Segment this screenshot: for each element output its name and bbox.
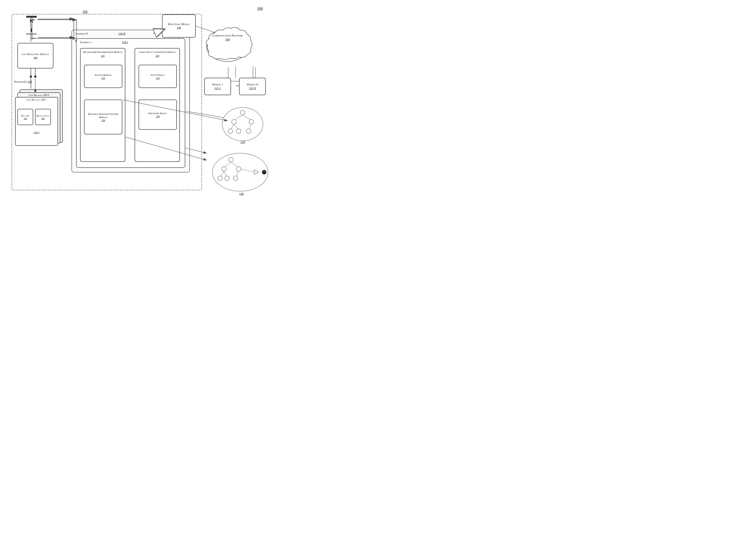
crawl-policy-gen-label: Crawl Policy Generation Module [135, 49, 179, 54]
sandbox-1-box: Sandbox 1 118-1 Relationship Determinati… [76, 38, 185, 168]
tree-124-svg [221, 106, 264, 143]
tree-128-container: 128 [211, 151, 272, 194]
relationship-det-number: 120 [80, 54, 125, 57]
n-bar-bot [26, 34, 37, 35]
discovery-policy-module: Discovery Policy 134 [139, 100, 177, 130]
svg-point-52 [262, 170, 266, 174]
svg-point-33 [240, 110, 245, 115]
n-bar-top [26, 16, 37, 18]
sandbox-1-label: Sandbox 1 [80, 41, 92, 44]
log-processing-module: Log Processing Module 106 [17, 43, 53, 68]
database-container: User Browsing DB N User Browsing DB 1 Re… [15, 86, 63, 151]
tree-124-container: 124 [221, 106, 264, 143]
svg-point-45 [229, 157, 233, 162]
svg-point-36 [228, 129, 233, 133]
comm-network-label-container: Communication Network 104 [202, 34, 253, 41]
fetch-policy-module: Fetch Policy 132 [139, 65, 177, 88]
n-selector: N ⋮ 1 [24, 16, 38, 35]
website-1-number: 112-1 [214, 87, 221, 90]
ref-102: 102 [83, 10, 88, 14]
browse-stats-number: 116 [41, 117, 45, 120]
res-id-box: Res. I.D. 114 [17, 109, 33, 125]
db-inner-row: Res. I.D. 114 Browse Stats 116 [15, 107, 58, 127]
comm-network-cloud: Communication Network 104 [202, 21, 253, 64]
one-label: 1 [24, 28, 38, 33]
n-dots: ⋮ [24, 24, 38, 28]
website-n-number: 112-N [249, 87, 256, 90]
ref-100: 100 [257, 6, 263, 11]
res-id-label: Res. I.D. [21, 114, 29, 117]
website-1-label: Website 1 [212, 83, 223, 87]
svg-point-44 [212, 153, 268, 191]
syntax-module: Syntax Module 122 [84, 65, 122, 88]
cloud-svg [202, 21, 253, 64]
website-separator: ... [236, 82, 239, 87]
log-processing-label: Log Processing Module [22, 52, 49, 56]
web-crawl-module: Web Crawl Module 136 [162, 14, 196, 38]
sandbox-n-label: Sandbox N [75, 32, 88, 36]
fetch-policy-number: 132 [156, 76, 160, 79]
tree-124-label: 124 [221, 140, 264, 144]
db-110-label: 110-1 [15, 131, 58, 134]
web-crawl-label: Web Crawl Module [168, 22, 190, 26]
browse-stats-label: Browse Stats [37, 114, 49, 117]
sandbox-n-number: 118-N [118, 32, 125, 36]
diagram-container: 100 102 N ⋮ 1 Log Processing Module 106 … [0, 0, 278, 204]
svg-point-46 [222, 167, 226, 171]
db-card-front: User Browsing DB 1 Res. I.D. 114 Browse … [15, 97, 58, 146]
fetch-policy-label: Fetch Policy [151, 73, 165, 76]
crawl-policy-gen-module: Crawl Policy Generation Module 130 Fetch… [134, 48, 180, 162]
svg-point-34 [232, 119, 236, 124]
log-processing-number: 106 [34, 56, 37, 59]
svg-point-35 [249, 119, 254, 124]
website-n-box: Website N 112-N [239, 78, 266, 95]
web-crawl-number: 136 [177, 26, 181, 30]
syntax-label: Syntax Module [95, 73, 112, 76]
n-label: N [24, 18, 38, 24]
svg-point-37 [236, 129, 241, 133]
user-browsing-n-label: User Browsing DB N [18, 93, 60, 97]
svg-point-48 [218, 176, 222, 180]
syntax-number: 122 [101, 76, 105, 79]
resource-id-pattern-label: Resource Identifier Pattern Module [85, 112, 122, 119]
website-1-box: Website 1 112-1 [204, 78, 231, 95]
sandbox-1-number: 118-1 [122, 41, 128, 44]
svg-point-38 [246, 129, 251, 133]
svg-point-49 [225, 176, 229, 180]
relationship-det-label: Relationship Determination Module [80, 49, 125, 54]
tree-128-svg [211, 151, 272, 194]
svg-point-47 [236, 167, 241, 171]
svg-point-50 [233, 176, 238, 180]
discovery-policy-number: 134 [156, 115, 160, 118]
tree-128-label: 128 [211, 192, 272, 196]
crawl-policy-gen-number: 130 [135, 54, 179, 57]
browse-stats-box: Browse Stats 116 [35, 109, 51, 125]
resource-id-pattern-module: Resource Identifier Pattern Module 126 [84, 100, 122, 134]
res-id-number: 114 [24, 117, 27, 120]
user-browsing-1-label: User Browsing DB 1 [15, 98, 58, 102]
comm-network-label: Communication Network [202, 34, 253, 38]
resource-id-pattern-number: 126 [101, 119, 105, 122]
discovery-policy-label: Discovery Policy [148, 112, 167, 115]
relationship-det-module: Relationship Determination Module 120 Sy… [80, 48, 125, 162]
website-n-label: Website N [247, 83, 258, 87]
database-label: Database(s) 108 [14, 80, 32, 84]
comm-network-number: 104 [202, 38, 253, 41]
